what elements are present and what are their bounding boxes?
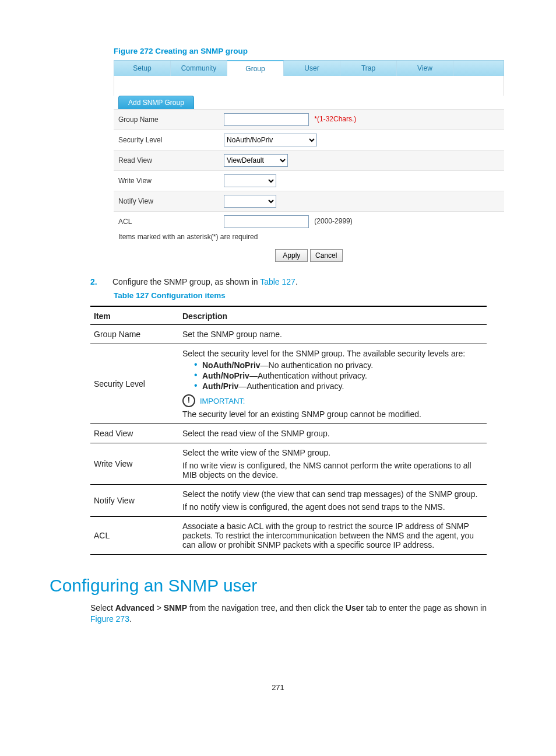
link-table-127[interactable]: Table 127 bbox=[260, 277, 295, 286]
tab-view[interactable]: View bbox=[397, 61, 453, 76]
important-label: IMPORTANT: bbox=[200, 397, 245, 405]
section-paragraph: Select Advanced > SNMP from the navigati… bbox=[90, 603, 487, 625]
input-group-name[interactable] bbox=[224, 113, 309, 126]
table-row: Group Name Set the SNMP group name. bbox=[90, 325, 487, 344]
label-security-level: Security Level bbox=[114, 130, 219, 150]
config-table: Item Description Group Name Set the SNMP… bbox=[90, 306, 487, 555]
tab-user[interactable]: User bbox=[284, 61, 340, 76]
table-row: Read View Select the read view of the SN… bbox=[90, 424, 487, 443]
list-item: Auth/NoPriv—Authentication without priva… bbox=[194, 371, 483, 380]
list-item: Auth/Priv—Authentication and privacy. bbox=[194, 382, 483, 391]
step-text: Configure the SNMP group, as shown in Ta… bbox=[112, 277, 506, 286]
page-number: 271 bbox=[50, 683, 506, 692]
figure-caption: Figure 272 Creating an SNMP group bbox=[114, 47, 506, 55]
hint-group-name: *(1-32Chars.) bbox=[314, 115, 356, 123]
link-figure-273[interactable]: Figure 273 bbox=[90, 614, 129, 624]
panel-title: Add SNMP Group bbox=[118, 96, 194, 109]
hint-acl: (2000-2999) bbox=[314, 217, 352, 225]
table-row: Security Level Select the security level… bbox=[90, 344, 487, 424]
step-2: 2. Configure the SNMP group, as shown in… bbox=[90, 277, 506, 286]
table-row: Write View Select the write view of the … bbox=[90, 443, 487, 485]
select-security-level[interactable]: NoAuth/NoPriv bbox=[224, 134, 317, 146]
select-read-view[interactable]: ViewDefault bbox=[224, 154, 288, 167]
select-notify-view[interactable] bbox=[224, 195, 276, 208]
select-write-view[interactable] bbox=[224, 174, 276, 187]
tab-community[interactable]: Community bbox=[171, 61, 227, 76]
form-table: Group Name *(1-32Chars.) Security Level … bbox=[114, 109, 504, 244]
security-level-list: NoAuth/NoPriv—No authentication no priva… bbox=[194, 360, 483, 391]
label-read-view: Read View bbox=[114, 150, 219, 171]
col-description: Description bbox=[179, 306, 487, 325]
label-group-name: Group Name bbox=[114, 110, 219, 130]
apply-button[interactable]: Apply bbox=[275, 249, 308, 262]
button-row: Apply Cancel bbox=[114, 244, 504, 264]
required-note: Items marked with an asterisk(*) are req… bbox=[114, 232, 504, 244]
col-item: Item bbox=[90, 306, 179, 325]
tab-bar: Setup Community Group User Trap View bbox=[114, 60, 504, 76]
cancel-button[interactable]: Cancel bbox=[310, 249, 343, 262]
list-item: NoAuth/NoPriv—No authentication no priva… bbox=[194, 360, 483, 370]
tab-group[interactable]: Group bbox=[227, 60, 284, 76]
table-caption: Table 127 Configuration items bbox=[114, 291, 506, 300]
section-heading: Configuring an SNMP user bbox=[50, 576, 506, 596]
important-icon: ! bbox=[182, 394, 195, 407]
tab-setup[interactable]: Setup bbox=[114, 61, 171, 76]
tab-trap[interactable]: Trap bbox=[340, 61, 397, 76]
step-number: 2. bbox=[90, 277, 112, 286]
label-write-view: Write View bbox=[114, 171, 219, 191]
snmp-group-ui: Setup Community Group User Trap View Add… bbox=[114, 60, 504, 264]
table-row: ACL Associate a basic ACL with the group… bbox=[90, 517, 487, 555]
label-notify-view: Notify View bbox=[114, 191, 219, 212]
table-row: Notify View Select the notify view (the … bbox=[90, 485, 487, 517]
input-acl[interactable] bbox=[224, 215, 309, 228]
label-acl: ACL bbox=[114, 212, 219, 232]
